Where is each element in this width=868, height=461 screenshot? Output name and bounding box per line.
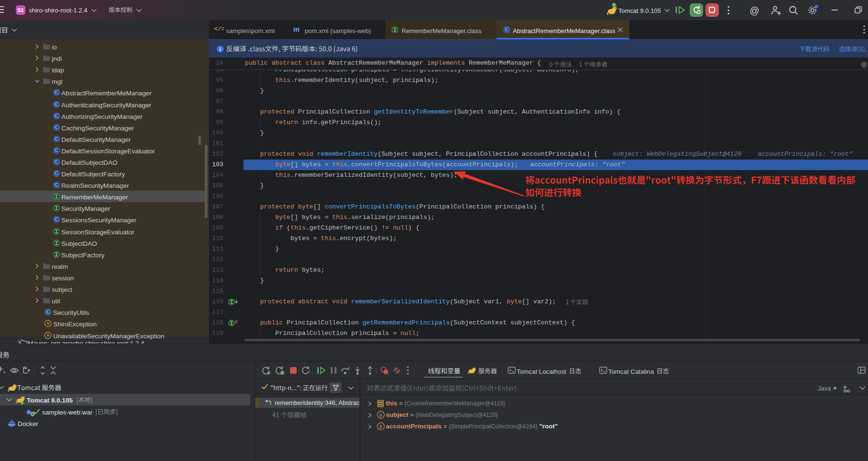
svg-text:C: C <box>55 113 58 118</box>
svg-text:C: C <box>55 125 58 130</box>
svg-text:C: C <box>55 217 58 222</box>
svg-text:C: C <box>55 159 58 164</box>
svg-text:</>: </> <box>214 26 224 33</box>
svg-text:C: C <box>55 182 58 187</box>
svg-text:C: C <box>55 102 58 107</box>
svg-text:C: C <box>55 90 58 95</box>
svg-text:C: C <box>55 136 58 141</box>
svg-text:C: C <box>505 27 509 32</box>
svg-text:C: C <box>55 171 58 176</box>
svg-text:p: p <box>380 423 382 429</box>
svg-text:C: C <box>46 309 50 314</box>
svg-text:C: C <box>55 148 58 153</box>
svg-text:p: p <box>380 412 382 417</box>
